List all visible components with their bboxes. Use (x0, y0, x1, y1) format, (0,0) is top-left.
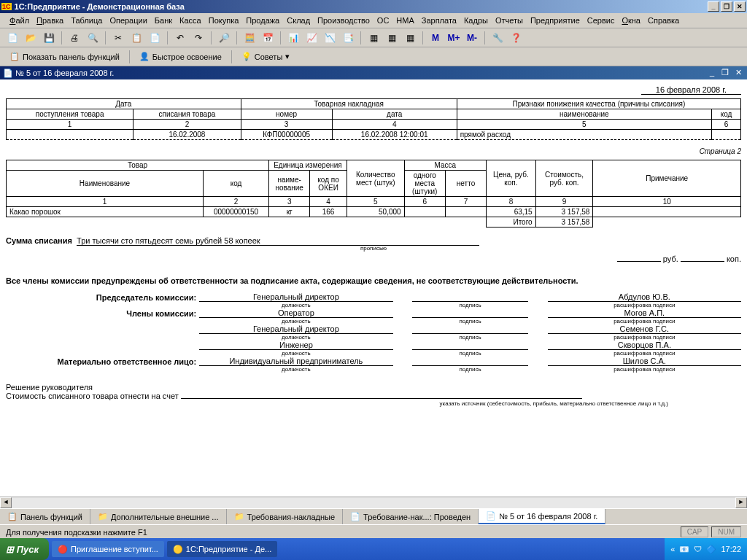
hdr-date: Дата (7, 99, 241, 109)
colnum: 3 (269, 197, 310, 207)
status-cap: CAP (681, 526, 709, 537)
horizontal-scrollbar[interactable]: ◄ ► (0, 497, 747, 508)
paste-icon[interactable]: 📄 (147, 30, 163, 46)
document-titlebar: 📄 № 5 от 16 февраля 2008 г. _ ❐ ✕ (0, 66, 747, 79)
doc-minimize-button[interactable]: _ (706, 68, 718, 78)
taskbar: ⊞ Пуск 🔴 Приглашение вступит... 🟡 1С:Пре… (0, 538, 747, 560)
undo-icon[interactable]: ↶ (172, 30, 188, 46)
close-button[interactable]: ✕ (734, 1, 746, 12)
scroll-left-button[interactable]: ◄ (0, 497, 12, 508)
doc-date: 16 февраля 2008 г. (641, 85, 741, 95)
cut-icon[interactable]: ✂ (110, 30, 126, 46)
hdr-writeoff: списания товара (133, 109, 241, 120)
colnum: 6 (712, 120, 741, 130)
menu-salary[interactable]: Зарплата (418, 15, 460, 26)
status-num: NUM (711, 526, 741, 537)
quick-learn-button[interactable]: 👤 Быстрое освоение (134, 49, 227, 65)
menu-edit[interactable]: Правка (33, 15, 67, 26)
cell (7, 130, 133, 140)
start-button[interactable]: ⊞ Пуск (0, 538, 49, 560)
calc-icon[interactable]: 🧮 (241, 30, 258, 46)
doc-close-button[interactable]: ✕ (732, 68, 744, 78)
item-unit: кг (269, 207, 310, 217)
menu-enterprise[interactable]: Предприятие (527, 15, 584, 26)
tool-icon[interactable]: ▦ (365, 30, 382, 46)
menu-production[interactable]: Производство (314, 15, 374, 26)
tool-icon[interactable]: 📊 (285, 30, 301, 46)
warning-text: Все члены комиссии предупреждены об отве… (6, 276, 741, 285)
wintab-invoice[interactable]: 📄 Требование-нак...: Проведен (343, 509, 479, 524)
colnum: 2 (204, 197, 269, 207)
calendar-icon[interactable]: 📅 (260, 30, 276, 46)
system-tray[interactable]: « 📧 🛡 🔷 17:22 (665, 538, 747, 560)
menu-warehouse[interactable]: Склад (283, 15, 314, 26)
copy-icon[interactable]: 📋 (128, 30, 144, 46)
app-titlebar: 1C 1С:Предприятие - Демонстрационная баз… (0, 0, 747, 13)
menu-cash[interactable]: Касса (176, 15, 205, 26)
tray-clock[interactable]: 17:22 (721, 545, 741, 553)
tray-icon[interactable]: 🛡 (694, 545, 702, 553)
menu-table[interactable]: Таблица (67, 15, 106, 26)
sig-signature (412, 341, 528, 350)
print-icon[interactable]: 🖨 (66, 30, 82, 46)
find-icon[interactable]: 🔎 (216, 30, 232, 46)
menu-os[interactable]: ОС (374, 15, 393, 26)
app-title: 1С:Предприятие - Демонстрационная база (15, 2, 185, 11)
task-button-active[interactable]: 🟡 1С:Предприятие - Де... (167, 541, 277, 557)
menu-reports[interactable]: Отчеты (492, 15, 527, 26)
sig-signature (412, 324, 528, 334)
preview-icon[interactable]: 🔍 (85, 30, 101, 46)
m-plus-icon[interactable]: M+ (446, 30, 462, 46)
tool-icon[interactable]: 📈 (303, 30, 320, 46)
cell: прямой расход (457, 130, 711, 140)
menu-staff[interactable]: Кадры (460, 15, 492, 26)
th: код по ОКЕИ (310, 171, 347, 197)
menu-windows[interactable]: Окна (618, 15, 644, 26)
tray-icon[interactable]: « (670, 545, 675, 553)
menu-operations[interactable]: Операции (106, 15, 150, 26)
wintab-external[interactable]: 📁 Дополнительные внешние ... (90, 509, 227, 524)
document-area[interactable]: 16 февраля 2008 г. Дата Товарная накладн… (0, 79, 747, 497)
settings-icon[interactable]: 🔧 (489, 30, 506, 46)
tool-icon[interactable]: ▦ (402, 30, 418, 46)
colnum: 8 (487, 197, 536, 207)
menu-bank[interactable]: Банк (151, 15, 176, 26)
menu-nma[interactable]: НМА (392, 15, 417, 26)
m-icon[interactable]: M (427, 30, 444, 46)
th: Масса (404, 160, 487, 171)
scroll-right-button[interactable]: ► (735, 497, 747, 508)
tips-button[interactable]: 💡 Советы ▾ (236, 49, 295, 65)
menu-file[interactable]: Файл (6, 15, 33, 26)
show-panel-button[interactable]: 📋 Показать панель функций (4, 49, 125, 65)
new-icon[interactable]: 📄 (4, 30, 20, 46)
tray-icon[interactable]: 🔷 (706, 545, 716, 554)
minimize-button[interactable]: _ (708, 1, 719, 12)
tray-icon[interactable]: 📧 (679, 545, 689, 554)
th: одного места (штуки) (404, 171, 445, 197)
redo-icon[interactable]: ↷ (190, 30, 206, 46)
tool-icon[interactable]: 📉 (322, 30, 338, 46)
help-icon[interactable]: ❓ (508, 30, 524, 46)
wintab-panel[interactable]: 📋 Панель функций (0, 509, 90, 524)
menu-help[interactable]: Справка (644, 15, 683, 26)
item-name: Какао порошок (7, 207, 204, 217)
menu-bar: Файл Правка Таблица Операции Банк Касса … (0, 13, 747, 28)
th: Товар (7, 160, 269, 171)
wintab-current[interactable]: 📄 № 5 от 16 февраля 2008 г. (479, 509, 605, 524)
doc-restore-button[interactable]: ❐ (719, 68, 731, 78)
sig-name: Скворцов П.А. (548, 341, 741, 350)
menu-sale[interactable]: Продажа (242, 15, 283, 26)
tool-icon[interactable]: ▦ (384, 30, 400, 46)
tool-icon[interactable]: 📑 (340, 30, 356, 46)
menu-service[interactable]: Сервис (584, 15, 619, 26)
total-label: Итого (487, 217, 536, 228)
m-minus-icon[interactable]: M- (464, 30, 480, 46)
save-icon[interactable]: 💾 (41, 30, 57, 46)
hdr-code: код (712, 109, 741, 120)
menu-purchase[interactable]: Покупка (205, 15, 243, 26)
task-button[interactable]: 🔴 Приглашение вступит... (52, 541, 164, 557)
open-icon[interactable]: 📂 (23, 30, 39, 46)
restore-button[interactable]: ❐ (721, 1, 732, 12)
wintab-invoices[interactable]: 📁 Требования-накладные (227, 509, 344, 524)
status-hint: Для получения подсказки нажмите F1 (6, 528, 147, 537)
